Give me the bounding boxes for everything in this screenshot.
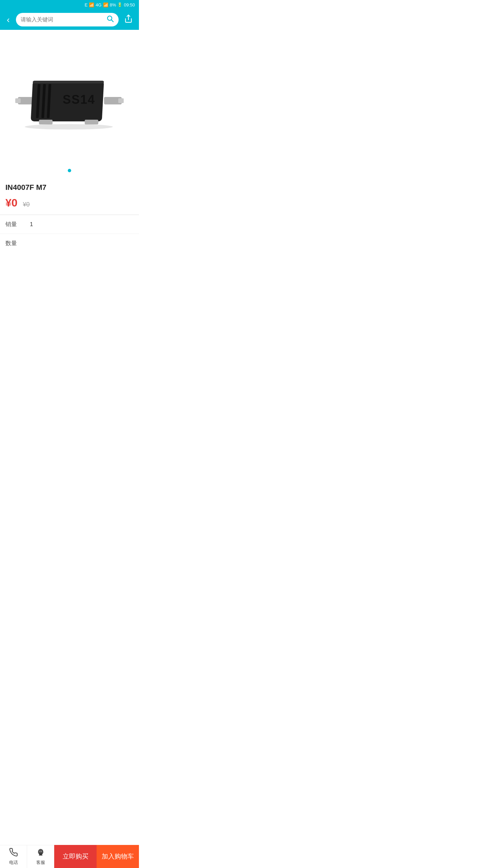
- quantity-label: 数量: [5, 239, 17, 247]
- quantity-row: 数量: [0, 234, 139, 247]
- network-type: 4G: [96, 2, 101, 7]
- product-svg: SS14: [12, 60, 127, 135]
- status-icons: E 📶 4G 📶 8% 🔋 09:50: [85, 2, 135, 7]
- svg-line-1: [111, 20, 114, 22]
- price-row: ¥0 ¥0: [5, 197, 134, 209]
- sales-row: 销量 1: [0, 215, 139, 234]
- search-input[interactable]: [21, 17, 104, 23]
- product-image: SS14: [0, 30, 139, 165]
- sales-label: 销量: [5, 220, 22, 228]
- current-price: ¥0: [5, 197, 18, 209]
- product-info: IN4007F M7 ¥0 ¥0: [0, 178, 139, 209]
- battery-percent: 8%: [110, 2, 116, 7]
- search-icon[interactable]: [106, 15, 114, 24]
- battery-icon: 🔋: [117, 2, 122, 7]
- status-bar: E 📶 4G 📶 8% 🔋 09:50: [0, 0, 139, 9]
- dot-1: [68, 169, 71, 172]
- signal-bars: 📶: [89, 2, 94, 7]
- back-button[interactable]: ‹: [4, 14, 13, 25]
- signal-indicator: E: [85, 2, 88, 7]
- svg-rect-6: [33, 81, 104, 83]
- share-button[interactable]: [122, 13, 135, 26]
- svg-text:SS14: SS14: [63, 93, 95, 106]
- svg-rect-4: [15, 98, 21, 103]
- network-bars: 📶: [103, 2, 108, 7]
- sales-value: 1: [30, 221, 33, 228]
- product-title: IN4007F M7: [5, 183, 134, 192]
- svg-rect-13: [39, 120, 53, 124]
- svg-rect-12: [118, 98, 124, 103]
- clock: 09:50: [124, 2, 135, 7]
- svg-point-15: [25, 124, 113, 130]
- nav-bar: ‹: [0, 9, 139, 30]
- search-box: [16, 13, 119, 26]
- product-image-area: SS14: [0, 30, 139, 165]
- original-price: ¥0: [23, 201, 30, 208]
- svg-rect-14: [85, 120, 98, 124]
- image-dots: [0, 165, 139, 178]
